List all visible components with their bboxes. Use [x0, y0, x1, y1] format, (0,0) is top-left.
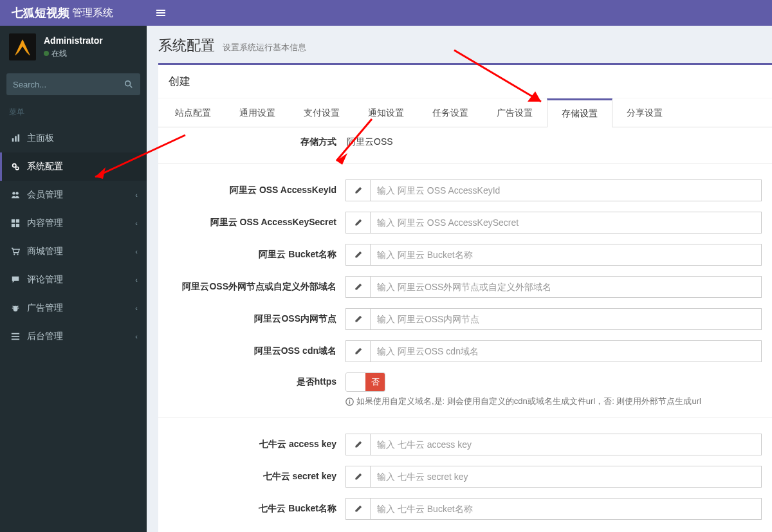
svg-point-16 [17, 253, 18, 255]
sidebar-item-comment[interactable]: 评论管理‹ [0, 266, 147, 294]
logo-bold: 七狐短视频 [12, 5, 69, 21]
svg-point-2 [125, 81, 131, 86]
pencil-icon [345, 308, 370, 330]
tab-1[interactable]: 通用设置 [225, 98, 290, 127]
row-aliyun-bucket: 阿里云 Bucket名称 [158, 239, 772, 271]
row-https-toggle: 是否https 否 [158, 367, 772, 397]
input-aliyun-access-key-secret[interactable] [370, 212, 762, 234]
sidebar-item-label: 会员管理 [27, 189, 135, 201]
tab-bar: 站点配置通用设置支付设置通知设置任务设置广告设置存储设置分享设置 [158, 98, 772, 127]
svg-line-21 [17, 306, 19, 307]
sidebar-item-label: 广告管理 [27, 302, 135, 314]
config-panel: 创建 站点配置通用设置支付设置通知设置任务设置广告设置存储设置分享设置 存储方式… [158, 63, 772, 532]
chevron-left-icon: ‹ [135, 248, 138, 255]
row-aliyun-access-key-secret: 阿里云 OSS AccessKeySecret [158, 206, 772, 239]
page-title: 系统配置 [158, 37, 215, 53]
user-name: Administrator [44, 35, 103, 46]
tab-0[interactable]: 站点配置 [161, 98, 225, 127]
avatar [9, 33, 36, 60]
svg-rect-6 [18, 134, 20, 142]
sidebar-item-users[interactable]: 会员管理‹ [0, 181, 147, 209]
chevron-left-icon: ‹ [135, 333, 138, 340]
search-button[interactable] [117, 73, 140, 95]
bar-chart-icon [9, 134, 22, 143]
page-subtitle: 设置系统运行基本信息 [223, 42, 306, 52]
user-status: 在线 [44, 48, 103, 59]
pencil-icon [345, 212, 370, 234]
input-qiniu-bucket[interactable] [370, 498, 762, 520]
logo-light: 管理系统 [72, 6, 113, 20]
toggle-empty-side [346, 373, 365, 391]
tab-4[interactable]: 任务设置 [418, 98, 482, 127]
svg-rect-24 [12, 339, 19, 340]
row-qiniu-access-key: 七牛云 access key [158, 428, 772, 461]
svg-point-8 [15, 167, 18, 169]
input-aliyun-access-key-id[interactable] [370, 179, 762, 201]
sidebar-item-cart[interactable]: 商城管理‹ [0, 237, 147, 266]
input-aliyun-bucket[interactable] [370, 244, 762, 266]
toggle-off-label: 否 [365, 373, 385, 391]
sidebar-item-label: 内容管理 [27, 217, 135, 229]
tab-2[interactable]: 支付设置 [290, 98, 354, 127]
value-storage-method: 阿里云OSS [345, 136, 393, 148]
row-qiniu-secret-key: 七牛云 secret key [158, 461, 772, 493]
https-toggle[interactable]: 否 [345, 372, 385, 392]
main-content: 系统配置 设置系统运行基本信息 创建 站点配置通用设置支付设置通知设置任务设置广… [147, 26, 772, 532]
sidebar-item-bar-chart[interactable]: 主面板 [0, 124, 147, 152]
cogs-icon [9, 162, 22, 171]
svg-rect-12 [16, 219, 19, 223]
input-aliyun-cdn-domain[interactable] [370, 340, 762, 362]
pencil-icon [345, 276, 370, 298]
chevron-left-icon: ‹ [135, 304, 138, 312]
sidebar-item-list[interactable]: 后台管理‹ [0, 322, 147, 351]
panel-title: 创建 [158, 65, 772, 98]
row-aliyun-cdn-domain: 阿里云OSS cdn域名 [158, 335, 772, 367]
svg-line-20 [13, 306, 14, 307]
tab-6[interactable]: 存储设置 [547, 98, 612, 127]
cart-icon [9, 247, 22, 256]
chevron-left-icon: ‹ [135, 191, 138, 199]
input-aliyun-internal-endpoint[interactable] [370, 308, 762, 330]
row-aliyun-access-key-id: 阿里云 OSS AccessKeyId [158, 174, 772, 206]
svg-rect-22 [12, 333, 19, 335]
svg-point-15 [14, 253, 15, 255]
sidebar-item-th-large[interactable]: 内容管理‹ [0, 209, 147, 237]
https-help-text: 如果使用自定义域名,是: 则会使用自定义的cdn或域名生成文件url，否: 则使… [158, 396, 772, 407]
tab-3[interactable]: 通知设置 [354, 98, 418, 127]
input-qiniu-access-key[interactable] [370, 434, 762, 455]
users-icon [9, 190, 22, 199]
pencil-icon [345, 434, 370, 455]
pencil-icon [345, 498, 370, 520]
sidebar-item-bug[interactable]: 广告管理‹ [0, 294, 147, 322]
input-qiniu-secret-key[interactable] [370, 466, 762, 488]
row-qiniu-bucket: 七牛云 Bucket名称 [158, 493, 772, 525]
chevron-left-icon: ‹ [135, 276, 138, 284]
svg-point-10 [15, 192, 18, 194]
row-aliyun-external-endpoint: 阿里云OSS外网节点或自定义外部域名 [158, 271, 772, 303]
sidebar-item-label: 主面板 [27, 133, 138, 144]
svg-point-9 [12, 192, 15, 194]
svg-point-1 [24, 47, 26, 50]
svg-rect-5 [15, 136, 17, 142]
svg-rect-14 [16, 224, 19, 227]
input-aliyun-external-endpoint[interactable] [370, 276, 762, 298]
storage-settings-form: 存储方式 阿里云OSS 阿里云 OSS AccessKeyId 阿里云 OSS … [158, 127, 772, 532]
svg-line-3 [130, 86, 133, 88]
svg-point-7 [13, 164, 16, 167]
tab-5[interactable]: 广告设置 [482, 98, 547, 127]
svg-rect-23 [12, 336, 19, 337]
th-large-icon [9, 219, 22, 228]
pencil-icon [345, 244, 370, 266]
tab-7[interactable]: 分享设置 [612, 98, 677, 127]
logo[interactable]: 七狐短视频 管理系统 [0, 0, 147, 26]
list-icon [9, 332, 22, 341]
sidebar-search [6, 73, 140, 95]
sidebar-item-cogs[interactable]: 系统配置 [0, 152, 147, 181]
svg-rect-13 [12, 224, 15, 227]
pencil-icon [345, 466, 370, 488]
sidebar-nav: 主面板系统配置会员管理‹内容管理‹商城管理‹评论管理‹广告管理‹后台管理‹ [0, 124, 147, 351]
bug-icon [9, 304, 22, 313]
sidebar-toggle-button[interactable] [147, 0, 175, 26]
sidebar-item-label: 后台管理 [27, 331, 135, 342]
sidebar-item-label: 评论管理 [27, 274, 135, 286]
